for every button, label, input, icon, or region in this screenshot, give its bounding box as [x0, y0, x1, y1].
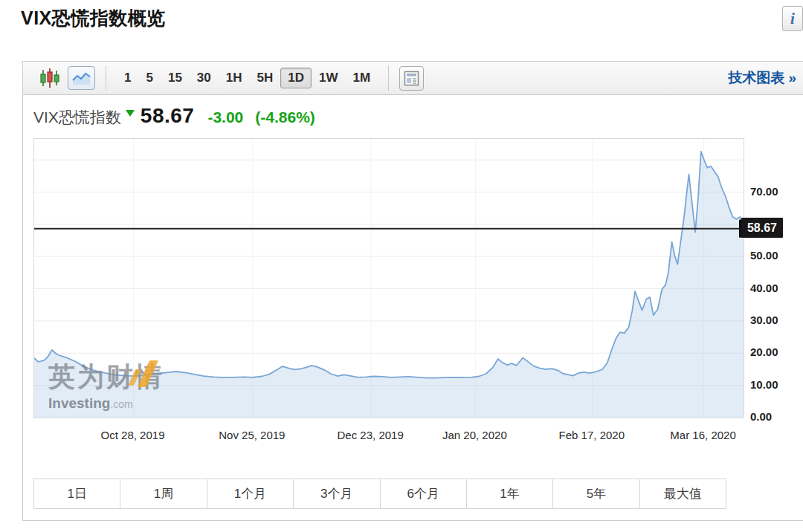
- arrow-down-icon: [126, 110, 135, 117]
- technical-chart-link[interactable]: 技术图表 »: [728, 68, 796, 88]
- range-selector: 1日1周1个月3个月6个月1年5年最大值: [33, 479, 726, 509]
- y-tick-label: 20.00: [750, 346, 802, 358]
- chart-widget: 1515301H5H1D1W1M 技术图表 » VIX恐慌指数 58.67 -3…: [22, 61, 803, 521]
- line-chart-icon[interactable]: [68, 66, 95, 90]
- toolbar-divider: [106, 65, 106, 91]
- price-change: -3.00: [207, 108, 243, 126]
- interval-1d[interactable]: 1D: [280, 68, 312, 88]
- price-change-percent: (-4.86%): [255, 108, 315, 126]
- candlestick-chart-icon[interactable]: [39, 68, 60, 88]
- x-tick-label: Dec 23, 2019: [322, 429, 419, 441]
- toolbar-divider: [388, 65, 389, 91]
- y-tick-label: 0.00: [750, 410, 802, 423]
- chart-plot-area[interactable]: [33, 138, 744, 418]
- interval-5[interactable]: 5: [138, 68, 160, 88]
- interval-15[interactable]: 15: [161, 68, 190, 88]
- current-price-badge: 58.67: [741, 218, 783, 238]
- x-tick-label: Mar 16, 2020: [655, 429, 752, 441]
- news-panel-icon[interactable]: [399, 66, 424, 91]
- info-icon[interactable]: i: [782, 6, 803, 31]
- chart-toolbar: 1515301H5H1D1W1M 技术图表 »: [23, 62, 803, 95]
- interval-1w[interactable]: 1W: [312, 68, 346, 88]
- interval-30[interactable]: 30: [190, 68, 219, 88]
- interval-5h[interactable]: 5H: [250, 68, 281, 88]
- x-tick-label: Oct 28, 2019: [85, 429, 181, 441]
- interval-list: 1515301H5H1D1W1M: [117, 68, 378, 88]
- y-tick-label: 50.00: [750, 249, 802, 262]
- range-button-0[interactable]: 1日: [34, 479, 120, 508]
- range-button-6[interactable]: 5年: [552, 479, 639, 508]
- y-tick-label: 30.00: [750, 314, 802, 326]
- y-tick-label: 10.00: [750, 378, 802, 391]
- y-tick-label: 40.00: [750, 282, 802, 294]
- x-tick-label: Nov 25, 2019: [204, 429, 300, 441]
- x-tick-label: Jan 20, 2020: [426, 429, 523, 441]
- instrument-name: VIX恐慌指数: [33, 107, 121, 128]
- range-button-2[interactable]: 1个月: [207, 479, 293, 508]
- last-price: 58.67: [141, 104, 195, 128]
- quote-header: VIX恐慌指数 58.67 -3.00 (-4.86%): [33, 104, 327, 128]
- range-button-1[interactable]: 1周: [120, 479, 206, 508]
- y-tick-label: 70.00: [750, 185, 802, 198]
- interval-1m[interactable]: 1M: [345, 68, 378, 88]
- interval-1h[interactable]: 1H: [219, 68, 250, 88]
- range-button-7[interactable]: 最大值: [639, 479, 726, 508]
- x-tick-label: Feb 17, 2020: [544, 429, 640, 441]
- range-button-4[interactable]: 6个月: [380, 479, 466, 508]
- interval-1[interactable]: 1: [117, 68, 138, 88]
- range-button-3[interactable]: 3个月: [293, 479, 379, 508]
- range-button-5[interactable]: 1年: [466, 479, 552, 508]
- page-title: VIX恐慌指数概览: [21, 6, 166, 30]
